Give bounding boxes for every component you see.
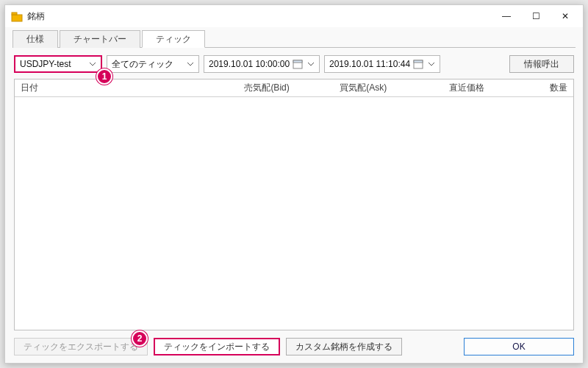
date-to-picker[interactable]: 2019.10.01 11:10:44 xyxy=(324,55,440,73)
maximize-button[interactable]: ☐ xyxy=(521,6,551,26)
svg-rect-0 xyxy=(12,15,22,21)
ok-button[interactable]: OK xyxy=(464,338,574,355)
create-custom-symbol-button[interactable]: カスタム銘柄を作成する xyxy=(286,338,402,355)
chevron-down-icon xyxy=(426,61,437,67)
window-title: 銘柄 xyxy=(27,10,492,23)
minimize-button[interactable]: — xyxy=(492,6,521,26)
export-ticks-button: ティックをエクスポートする xyxy=(14,338,148,355)
calendar-icon xyxy=(290,59,305,69)
grid-body xyxy=(15,97,573,330)
request-button[interactable]: 情報呼出 xyxy=(509,55,574,73)
titlebar: 銘柄 — ☐ ✕ xyxy=(5,5,583,27)
column-ask[interactable]: 買気配(Ask) xyxy=(295,82,393,94)
tab-spec[interactable]: 仕様 xyxy=(12,30,58,48)
tick-type-value: 全てのティック xyxy=(112,58,173,71)
date-to-value: 2019.10.01 11:10:44 xyxy=(329,59,410,69)
window-buttons: — ☐ ✕ xyxy=(492,6,580,26)
column-last[interactable]: 直近価格 xyxy=(392,82,490,94)
import-ticks-button[interactable]: ティックをインポートする xyxy=(154,338,280,355)
tab-chartbar[interactable]: チャートバー xyxy=(60,30,140,48)
callout-badge-2: 2 xyxy=(132,330,148,347)
column-vol[interactable]: 数量 xyxy=(490,82,573,94)
column-bid[interactable]: 売気配(Bid) xyxy=(198,82,295,94)
calendar-icon xyxy=(411,59,426,69)
svg-rect-5 xyxy=(414,60,423,63)
svg-rect-1 xyxy=(12,13,17,15)
filter-row: USDJPY-test 全てのティック 2019.10.01 10:00:00 xyxy=(12,48,576,77)
chevron-down-icon xyxy=(87,61,98,67)
tick-type-combo[interactable]: 全てのティック xyxy=(107,55,199,73)
tab-strip: 仕様 チャートバー ティック xyxy=(12,30,576,48)
symbol-value: USDJPY-test xyxy=(20,59,71,69)
bottom-bar: ティックをエクスポートする ティックをインポートする カスタム銘柄を作成する O… xyxy=(12,333,576,357)
svg-rect-3 xyxy=(293,60,302,63)
symbols-window: 銘柄 — ☐ ✕ 仕様 チャートバー ティック USDJPY-test xyxy=(4,4,584,364)
symbol-combo[interactable]: USDJPY-test xyxy=(14,55,102,73)
close-button[interactable]: ✕ xyxy=(551,6,580,26)
chevron-down-icon xyxy=(185,61,196,67)
app-icon xyxy=(11,10,23,22)
tab-tick[interactable]: ティック xyxy=(142,30,205,48)
callout-badge-1: 1 xyxy=(96,68,112,85)
date-from-picker[interactable]: 2019.10.01 10:00:00 xyxy=(204,55,320,73)
date-from-value: 2019.10.01 10:00:00 xyxy=(209,59,290,69)
tick-grid: 日付 売気配(Bid) 買気配(Ask) 直近価格 数量 xyxy=(14,79,574,330)
client-area: 仕様 チャートバー ティック USDJPY-test 全てのティック xyxy=(5,27,583,363)
chevron-down-icon xyxy=(306,61,316,67)
